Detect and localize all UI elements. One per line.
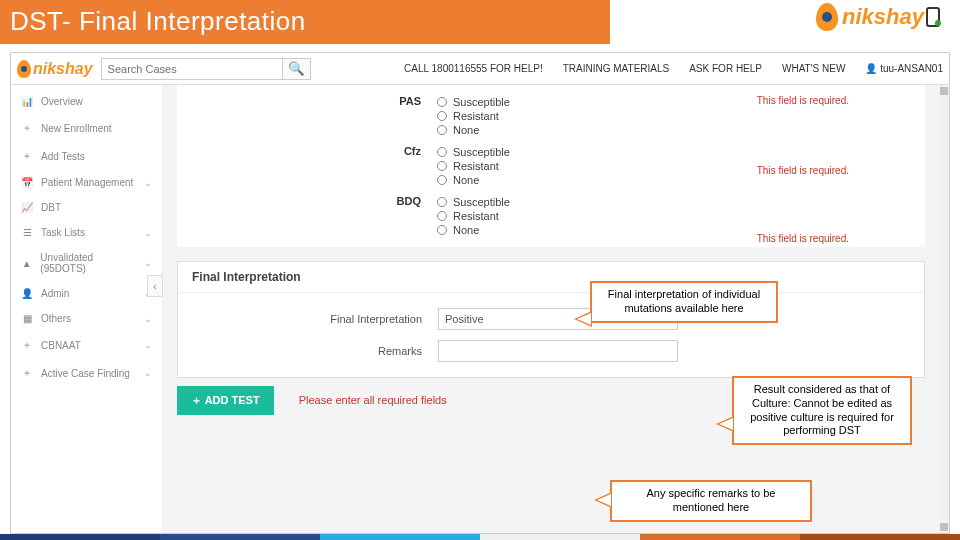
chevron-down-icon: ⌄ bbox=[144, 340, 152, 350]
search-group: 🔍 bbox=[101, 58, 311, 80]
radio-icon bbox=[437, 147, 447, 157]
callout-text: Any specific remarks to be mentioned her… bbox=[647, 487, 776, 513]
option-none[interactable]: None bbox=[437, 223, 925, 237]
radio-icon bbox=[437, 197, 447, 207]
option-susceptible[interactable]: Susceptible bbox=[437, 195, 925, 209]
slide-title: DST- Final Interpretation bbox=[0, 0, 610, 43]
user-icon: 👤 bbox=[21, 288, 33, 299]
callout-text: Result considered as that of Culture: Ca… bbox=[750, 383, 894, 436]
option-susceptible[interactable]: Susceptible bbox=[437, 145, 925, 159]
plus-icon: ＋ bbox=[21, 366, 33, 380]
field-label: Remarks bbox=[192, 345, 438, 357]
calendar-icon: 📅 bbox=[21, 177, 33, 188]
warning-icon: ▲ bbox=[21, 258, 32, 269]
field-label: Final Interpretation bbox=[192, 313, 438, 325]
field-error: This field is required. bbox=[757, 165, 849, 176]
vertical-scrollbar[interactable] bbox=[939, 85, 949, 533]
option-text: Resistant bbox=[453, 210, 499, 222]
remarks-input[interactable] bbox=[438, 340, 678, 362]
option-none[interactable]: None bbox=[437, 123, 925, 137]
sidebar-item-label: Add Tests bbox=[41, 151, 85, 162]
sidebar-item-new-enrollment[interactable]: ＋New Enrollment bbox=[11, 114, 162, 142]
sidebar-collapse-button[interactable]: ‹ bbox=[147, 275, 163, 297]
callout-mutations: Final interpretation of individual mutat… bbox=[590, 281, 778, 323]
sidebar-item-label: CBNAAT bbox=[41, 340, 81, 351]
radio-icon bbox=[437, 175, 447, 185]
option-text: None bbox=[453, 224, 479, 236]
drug-row-cfz: Cfz Susceptible Resistant None This fiel… bbox=[177, 141, 925, 191]
option-resistant[interactable]: Resistant bbox=[437, 109, 925, 123]
required-fields-message: Please enter all required fields bbox=[299, 394, 447, 406]
option-none[interactable]: None bbox=[437, 173, 925, 187]
remarks-row: Remarks bbox=[192, 335, 910, 367]
callout-remarks: Any specific remarks to be mentioned her… bbox=[610, 480, 812, 522]
search-icon: 🔍 bbox=[288, 61, 305, 76]
whats-new-link[interactable]: WHAT'S NEW bbox=[782, 63, 845, 74]
plus-icon: ＋ bbox=[21, 149, 33, 163]
user-name: tuu-ANSAN01 bbox=[880, 63, 943, 74]
radio-icon bbox=[437, 161, 447, 171]
option-text: Susceptible bbox=[453, 196, 510, 208]
sidebar-item-label: Overview bbox=[41, 96, 83, 107]
logo-text: nikshay bbox=[842, 4, 924, 30]
sidebar-item-others[interactable]: ▦Others⌄ bbox=[11, 306, 162, 331]
sidebar-item-active-case[interactable]: ＋Active Case Finding⌄ bbox=[11, 359, 162, 387]
sidebar-item-label: DBT bbox=[41, 202, 61, 213]
brand-text: nikshay bbox=[33, 60, 93, 78]
option-susceptible[interactable]: Susceptible bbox=[437, 95, 925, 109]
sidebar-item-task-lists[interactable]: ☰Task Lists⌄ bbox=[11, 220, 162, 245]
brand-logo[interactable]: nikshay bbox=[17, 60, 93, 78]
top-nav: nikshay 🔍 CALL 1800116555 FOR HELP! TRAI… bbox=[11, 53, 949, 85]
sidebar-item-overview[interactable]: 📊Overview bbox=[11, 89, 162, 114]
chevron-down-icon: ⌄ bbox=[144, 314, 152, 324]
sidebar-item-add-tests[interactable]: ＋Add Tests bbox=[11, 142, 162, 170]
sidebar-item-cbnaat[interactable]: ＋CBNAAT⌄ bbox=[11, 331, 162, 359]
drug-list: PAS Susceptible Resistant None This fiel… bbox=[177, 85, 925, 247]
option-text: None bbox=[453, 174, 479, 186]
drug-row-pas: PAS Susceptible Resistant None This fiel… bbox=[177, 91, 925, 141]
search-button[interactable]: 🔍 bbox=[282, 59, 310, 79]
sidebar-item-label: Task Lists bbox=[41, 227, 85, 238]
option-text: Resistant bbox=[453, 160, 499, 172]
radio-icon bbox=[437, 211, 447, 221]
sidebar-item-dbt[interactable]: 📈DBT bbox=[11, 195, 162, 220]
sidebar-item-admin[interactable]: 👤Admin⌄ bbox=[11, 281, 162, 306]
logo-eye-icon bbox=[17, 60, 31, 78]
training-link[interactable]: TRAINING MATERIALS bbox=[563, 63, 670, 74]
ask-help-link[interactable]: ASK FOR HELP bbox=[689, 63, 762, 74]
sidebar-item-label: Active Case Finding bbox=[41, 368, 130, 379]
plus-icon: ＋ bbox=[21, 121, 33, 135]
top-nav-links: CALL 1800116555 FOR HELP! TRAINING MATER… bbox=[404, 63, 943, 74]
sidebar: 📊Overview ＋New Enrollment ＋Add Tests 📅Pa… bbox=[11, 85, 163, 533]
radio-icon bbox=[437, 225, 447, 235]
sidebar-item-unvalidated[interactable]: ▲Unvalidated (95DOTS)⌄ bbox=[11, 245, 162, 281]
add-test-button[interactable]: ＋ ADD TEST bbox=[177, 386, 274, 415]
app-screenshot: nikshay 🔍 CALL 1800116555 FOR HELP! TRAI… bbox=[10, 52, 950, 534]
option-text: Susceptible bbox=[453, 96, 510, 108]
chart-icon: 📈 bbox=[21, 202, 33, 213]
footer-color-bars bbox=[0, 534, 960, 540]
logo-eye-icon bbox=[816, 3, 838, 31]
plus-icon: ＋ bbox=[21, 338, 33, 352]
sidebar-item-label: Admin bbox=[41, 288, 69, 299]
radio-icon bbox=[437, 97, 447, 107]
callout-text: Final interpretation of individual mutat… bbox=[608, 288, 760, 314]
sidebar-item-patient-management[interactable]: 📅Patient Management⌄ bbox=[11, 170, 162, 195]
drug-label: PAS bbox=[177, 95, 437, 107]
panel-title: Final Interpretation bbox=[178, 262, 924, 293]
user-menu[interactable]: 👤 tuu-ANSAN01 bbox=[865, 63, 943, 74]
option-resistant[interactable]: Resistant bbox=[437, 159, 925, 173]
option-text: Resistant bbox=[453, 110, 499, 122]
sidebar-item-label: Patient Management bbox=[41, 177, 133, 188]
chevron-down-icon: ⌄ bbox=[144, 228, 152, 238]
grid-icon: ▦ bbox=[21, 313, 33, 324]
option-resistant[interactable]: Resistant bbox=[437, 209, 925, 223]
option-text: None bbox=[453, 124, 479, 136]
help-line-link[interactable]: CALL 1800116555 FOR HELP! bbox=[404, 63, 543, 74]
radio-icon bbox=[437, 111, 447, 121]
option-text: Susceptible bbox=[453, 146, 510, 158]
list-icon: ☰ bbox=[21, 227, 33, 238]
main-content: PAS Susceptible Resistant None This fiel… bbox=[163, 85, 939, 533]
search-input[interactable] bbox=[102, 59, 282, 79]
drug-label: Cfz bbox=[177, 145, 437, 157]
